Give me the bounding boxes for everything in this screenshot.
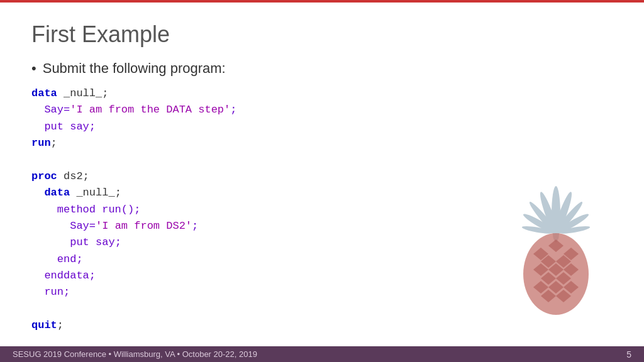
kw-run-1: run [31, 137, 51, 149]
kw-put-2: put [31, 236, 89, 248]
code-say-2: Say= [31, 220, 96, 232]
content-area: First Example Submit the following progr… [0, 3, 644, 346]
code-method: method run(); [31, 204, 140, 216]
code-line-4: run; [31, 135, 613, 151]
code-semi-2: ; [192, 220, 198, 232]
kw-data-2: data [31, 187, 70, 199]
code-line-1: data _null_; [31, 85, 613, 102]
slide-title: First Example [31, 21, 613, 48]
code-ds2: ds2; [57, 170, 89, 182]
bullet-point: Submit the following program: [31, 60, 613, 77]
code-null-1: _null_; [57, 87, 109, 99]
footer-text: SESUG 2019 Conference • Williamsburg, VA… [13, 349, 257, 359]
code-end: end; [31, 253, 83, 265]
footer: SESUG 2019 Conference • Williamsburg, VA… [0, 346, 644, 362]
footer-page-number: 5 [626, 349, 631, 359]
code-line-13: quit; [31, 317, 613, 334]
code-say-var-2: say; [89, 236, 121, 248]
code-say-var-1: say; [64, 121, 96, 133]
slide: First Example Submit the following progr… [0, 0, 644, 362]
kw-quit: quit [31, 319, 57, 331]
bullet-text: Submit the following program: [43, 60, 226, 77]
kw-proc: proc [31, 170, 57, 182]
pineapple-decoration [506, 183, 606, 315]
code-str-1: 'I am from the DATA step' [70, 104, 230, 116]
code-quit-semi: ; [57, 319, 64, 331]
code-semi-1: ; [230, 104, 236, 116]
code-spacer-1 [31, 152, 613, 168]
code-run-semi-2: ; [64, 286, 70, 298]
code-run-semi-1: ; [51, 137, 57, 149]
code-line-3: put say; [31, 119, 613, 135]
pineapple-svg [506, 183, 606, 315]
code-null-2: _null_; [70, 187, 121, 199]
code-line-5: proc ds2; [31, 168, 613, 185]
code-str-2: 'I am from DS2' [96, 220, 192, 232]
footer-left: SESUG 2019 Conference • Williamsburg, VA… [13, 349, 257, 359]
code-line-2: Say='I am from the DATA step'; [31, 102, 613, 118]
code-say-1: Say= [31, 104, 70, 116]
kw-data-1: data [31, 87, 57, 99]
kw-run-2: run [31, 286, 64, 298]
code-enddata: enddata; [31, 270, 96, 282]
kw-put-1: put [31, 121, 64, 133]
